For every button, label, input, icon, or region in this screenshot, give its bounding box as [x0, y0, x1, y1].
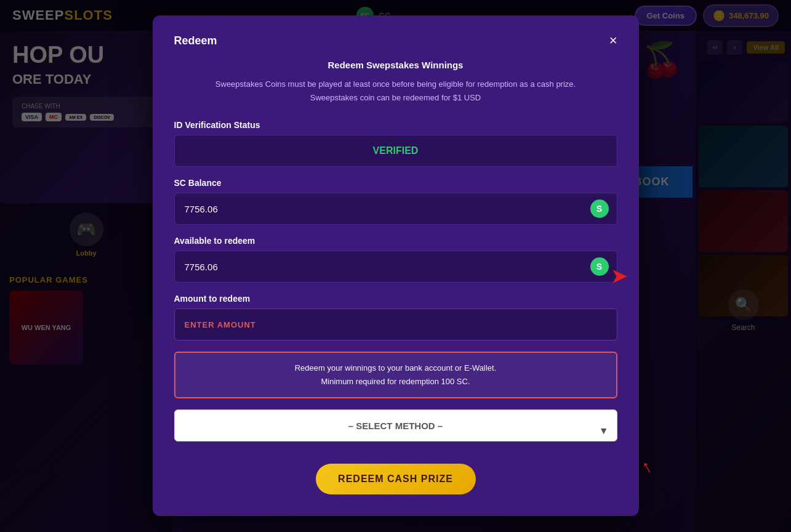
modal-header: Redeem × — [174, 34, 617, 47]
modal-description-line2: Sweepstakes coin can be redeemed for $1 … — [310, 93, 481, 102]
sc-balance-label: SC Balance — [174, 178, 617, 188]
amount-input[interactable] — [174, 308, 617, 341]
modal-title: Redeem — [174, 34, 217, 47]
available-redeem-wrapper: S — [174, 251, 617, 283]
available-redeem-section: Available to redeem S ➤ — [174, 236, 617, 283]
modal-overlay: Redeem × Redeem Swepstakes Winnings Swee… — [0, 0, 791, 532]
id-verification-section: ID Verification Status VERIFIED — [174, 120, 617, 167]
red-arrow-annotation-2: ↑ — [637, 456, 656, 478]
available-redeem-input — [174, 251, 617, 283]
info-box-text: Redeem your winnings to your bank accoun… — [187, 361, 605, 389]
amount-redeem-section: Amount to redeem — [174, 294, 617, 341]
modal-description-line1: Sweepstakes Coins must be played at leas… — [215, 79, 576, 89]
modal-description: Sweepstakes Coins must be played at leas… — [174, 78, 617, 105]
modal-close-button[interactable]: × — [609, 34, 617, 47]
sc-balance-section: SC Balance S — [174, 178, 617, 225]
amount-redeem-label: Amount to redeem — [174, 294, 617, 304]
info-line1: Redeem your winnings to your bank accoun… — [295, 363, 497, 373]
available-redeem-label: Available to redeem — [174, 236, 617, 246]
modal-subtitle: Redeem Swepstakes Winnings — [174, 60, 617, 70]
verified-text: VERIFIED — [373, 145, 419, 156]
sc-coin-icon-2: S — [590, 257, 609, 276]
verified-field: VERIFIED — [174, 135, 617, 167]
info-line2: Minimum required for redemption 100 SC. — [321, 377, 470, 386]
sc-balance-input — [174, 193, 617, 225]
select-method-wrapper: – SELECT METHOD – ▼ ↑ — [174, 409, 617, 453]
info-box: Redeem your winnings to your bank accoun… — [174, 352, 617, 398]
select-method-dropdown[interactable]: – SELECT METHOD – — [174, 409, 617, 441]
sc-coin-icon-1: S — [590, 200, 609, 218]
sc-balance-wrapper: S — [174, 193, 617, 225]
id-verification-label: ID Verification Status — [174, 120, 617, 130]
redeem-modal: Redeem × Redeem Swepstakes Winnings Swee… — [153, 15, 639, 516]
redeem-cash-prize-button[interactable]: REDEEM CASH PRIZE — [316, 464, 476, 494]
